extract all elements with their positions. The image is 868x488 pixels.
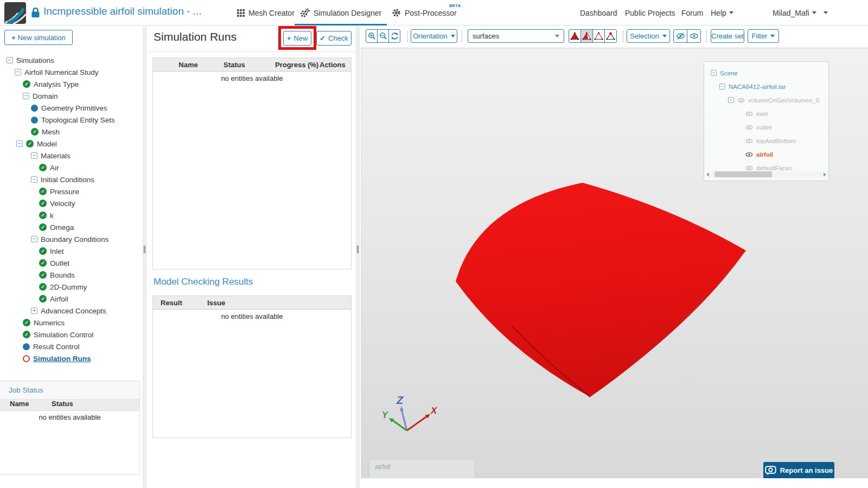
- pending-ring-icon: [23, 355, 30, 362]
- view-solid-button[interactable]: [569, 29, 581, 43]
- viewport-toolbar: Orientation surfaces Selection Create se…: [361, 26, 868, 48]
- scene-item-scene[interactable]: −Scene: [704, 66, 828, 80]
- refresh-view-button[interactable]: [388, 29, 400, 43]
- tree-item-2d-dummy[interactable]: ✓2D-Dummy: [0, 281, 143, 293]
- model-checking-table: Result Issue no entities available: [152, 296, 352, 438]
- check-button[interactable]: ✓ Check: [316, 31, 352, 46]
- scene-item-inlet[interactable]: inlet: [704, 107, 828, 120]
- tree-item-boundary-conditions[interactable]: −Boundary Conditions: [0, 233, 143, 245]
- tree-item-simulations[interactable]: −Simulations: [0, 54, 143, 66]
- scene-item-topandbottom[interactable]: topAndBottom: [704, 134, 828, 147]
- view-points-button[interactable]: [604, 29, 617, 43]
- scene-item-geometry-file[interactable]: −NACA6412-airfoil.tar: [704, 80, 828, 93]
- tree-item-analysis-type[interactable]: ✓Analysis Type: [0, 78, 143, 90]
- eye-icon[interactable]: [745, 111, 753, 117]
- view-wireframe-button[interactable]: [592, 29, 605, 43]
- eye-icon[interactable]: [745, 152, 753, 157]
- viewport-splitter[interactable]: [356, 26, 360, 488]
- tree-item-result-control[interactable]: Result Control: [0, 341, 143, 352]
- eye-icon[interactable]: [737, 98, 745, 103]
- column-header-name: Name: [0, 400, 52, 410]
- check-circle-icon: ✓: [23, 80, 30, 88]
- collapse-icon[interactable]: −: [31, 236, 37, 242]
- tree-item-airfoil-numerical-study[interactable]: −Airfoil Numerical Study: [0, 66, 143, 78]
- eye-icon[interactable]: [745, 125, 753, 130]
- tree-item-mesh[interactable]: ✓Mesh: [0, 126, 143, 138]
- column-header-issue: Issue: [207, 299, 225, 307]
- tree-item-numerics[interactable]: ✓Numerics: [0, 317, 143, 329]
- tree-item-velocity[interactable]: ✓Velocity: [0, 197, 143, 209]
- collapse-icon[interactable]: −: [719, 84, 725, 89]
- scroll-left-arrow-icon[interactable]: [706, 172, 709, 177]
- job-status-title: Job Status: [0, 381, 139, 400]
- show-all-button[interactable]: [687, 29, 701, 43]
- tree-item-materials[interactable]: −Materials: [0, 150, 143, 162]
- tree-item-air[interactable]: ✓Air: [0, 162, 143, 174]
- scene-horizontal-scrollbar[interactable]: [706, 171, 826, 178]
- scrollbar-thumb[interactable]: [714, 171, 772, 177]
- tree-item-airfoil[interactable]: ✓Airfoil: [0, 293, 143, 305]
- toolbar-separator: [706, 30, 707, 42]
- tree-item-outlet[interactable]: ✓Outlet: [0, 257, 143, 269]
- report-issue-button[interactable]: Report an issue: [763, 462, 834, 478]
- new-run-button[interactable]: + New: [283, 31, 311, 46]
- tree-item-bounds[interactable]: ✓Bounds: [0, 269, 143, 281]
- account-menu-caret[interactable]: [824, 0, 828, 25]
- gears-icon: [299, 8, 310, 18]
- expand-icon[interactable]: +: [31, 307, 37, 314]
- tree-item-pressure[interactable]: ✓Pressure: [0, 185, 143, 197]
- nav-help-menu[interactable]: Help: [711, 0, 733, 25]
- check-icon: ✓: [320, 34, 326, 42]
- collapse-icon[interactable]: −: [728, 97, 734, 103]
- scene-item-airfoil[interactable]: airfoil: [704, 147, 828, 161]
- nav-public-projects[interactable]: Public Projects: [625, 0, 675, 25]
- tree-item-topological-entity-sets[interactable]: Topological Entity Sets: [0, 114, 143, 126]
- collapse-icon[interactable]: −: [15, 69, 21, 75]
- viewport-3d-canvas[interactable]: −Scene −NACA6412-airfoil.tar −volumeOnGe…: [361, 48, 868, 478]
- view-surfaces-wireframe-button[interactable]: [580, 29, 593, 43]
- splitter-grip: [357, 246, 359, 253]
- orientation-dropdown[interactable]: Orientation: [411, 29, 457, 43]
- eye-icon[interactable]: [745, 138, 753, 144]
- tree-item-omega[interactable]: ✓Omega: [0, 221, 143, 233]
- tree-item-inlet[interactable]: ✓Inlet: [0, 245, 143, 257]
- collapse-icon[interactable]: −: [7, 57, 13, 63]
- scene-item-volume[interactable]: −volumeOnGeoVolumes_0: [704, 93, 828, 107]
- collapse-icon[interactable]: −: [16, 140, 23, 147]
- scene-item-outlet[interactable]: outlet: [704, 120, 828, 134]
- username: Milad_Mafi: [773, 9, 809, 17]
- nav-dashboard[interactable]: Dashboard: [580, 0, 617, 25]
- collapse-icon[interactable]: −: [31, 152, 37, 159]
- sidebar-splitter[interactable]: [143, 26, 146, 488]
- tree-item-simulation-control[interactable]: ✓Simulation Control: [0, 329, 143, 341]
- zoom-in-button[interactable]: [366, 29, 378, 43]
- user-menu[interactable]: Milad_Mafi: [773, 0, 816, 25]
- chevron-down-icon: [451, 35, 455, 37]
- annotation-text-input[interactable]: airfoil: [369, 459, 475, 478]
- tree-item-model[interactable]: −✓Model: [0, 138, 143, 150]
- tab-post-processor[interactable]: Post-Processor: [392, 0, 457, 25]
- tab-mesh-creator[interactable]: Mesh Creator: [237, 0, 295, 25]
- zoom-out-button[interactable]: [377, 29, 389, 43]
- collapse-icon[interactable]: −: [23, 93, 29, 99]
- chevron-down-icon: [824, 11, 828, 14]
- filter-dropdown[interactable]: Filter: [748, 29, 779, 43]
- tree-item-initial-conditions[interactable]: −Initial Conditions: [0, 174, 143, 185]
- scroll-right-arrow-icon[interactable]: [824, 172, 826, 177]
- nav-forum[interactable]: Forum: [681, 0, 703, 25]
- selection-dropdown[interactable]: Selection: [627, 29, 670, 43]
- surfaces-select[interactable]: surfaces: [468, 29, 564, 43]
- check-circle-icon: ✓: [39, 271, 47, 279]
- create-set-button[interactable]: Create set: [711, 29, 744, 43]
- new-simulation-button[interactable]: + New simulation: [4, 30, 73, 45]
- tree-item-simulation-runs[interactable]: Simulation Runs: [0, 352, 143, 364]
- tab-simulation-designer[interactable]: Simulation Designer: [299, 0, 381, 25]
- collapse-icon[interactable]: −: [711, 70, 717, 76]
- eye-icon[interactable]: [745, 165, 753, 171]
- tree-item-k[interactable]: ✓k: [0, 209, 143, 221]
- hide-selected-button[interactable]: [673, 29, 687, 43]
- tree-item-geometry-primitives[interactable]: Geometry Primitives: [0, 102, 143, 114]
- tree-item-advanced-concepts[interactable]: +Advanced Concepts: [0, 305, 143, 317]
- tree-item-domain[interactable]: −Domain: [0, 90, 143, 102]
- collapse-icon[interactable]: −: [31, 176, 37, 183]
